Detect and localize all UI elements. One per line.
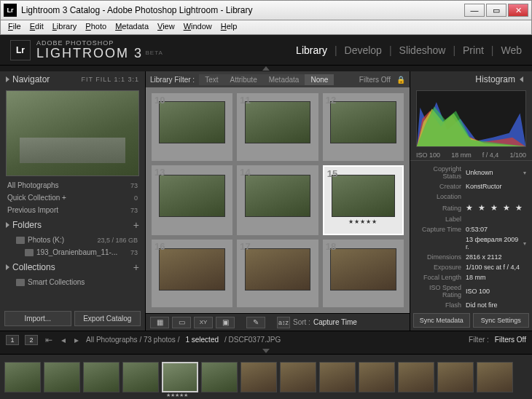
close-button[interactable]: ✕ — [508, 4, 528, 17]
filmstrip-thumb[interactable] — [4, 362, 41, 392]
metadata-value[interactable]: 1/100 sec at f / 4,4 — [466, 264, 526, 271]
filmstrip-thumb[interactable] — [122, 362, 159, 392]
menu-library[interactable]: Library — [48, 20, 82, 34]
filmstrip-thumb[interactable] — [359, 362, 395, 392]
filmstrip-thumb[interactable] — [319, 362, 356, 392]
filter-value[interactable]: Filters Off — [495, 336, 526, 344]
menu-view[interactable]: View — [153, 20, 179, 34]
catalog-row[interactable]: All Photographs73 — [0, 179, 145, 191]
filter-tab-text[interactable]: Text — [199, 74, 224, 85]
metadata-row[interactable]: Label — [416, 214, 526, 224]
volume-row[interactable]: Photos (K:) 23,5 / 186 GB — [0, 234, 145, 246]
nav-next-button[interactable]: ▸ — [73, 335, 80, 345]
folder-row[interactable]: 193_Oranienbaum_11-... 73 — [0, 246, 145, 258]
menu-photo[interactable]: Photo — [81, 20, 111, 34]
painter-tool-button[interactable]: ✎ — [246, 317, 265, 328]
metadata-value[interactable]: Did not fire — [466, 301, 526, 309]
secondary-display-2[interactable]: 2 — [25, 335, 38, 345]
module-print[interactable]: Print — [463, 44, 484, 56]
top-panel-toggle[interactable] — [0, 66, 532, 71]
sync-settings-button[interactable]: Sync Settings — [473, 313, 530, 328]
folders-header[interactable]: Folders + — [0, 216, 145, 234]
grid-cell[interactable]: 11 — [237, 93, 318, 161]
secondary-display-1[interactable]: 1 — [6, 335, 19, 345]
smart-collections-row[interactable]: Smart Collections — [0, 276, 145, 288]
metadata-value[interactable]: KonstRuctor — [466, 183, 526, 190]
breadcrumb[interactable]: All Photographs / 73 photos / — [86, 336, 179, 344]
grid-cell[interactable]: 12 — [323, 93, 404, 161]
metadata-value[interactable]: Unknown — [466, 169, 520, 176]
dropdown-icon[interactable]: ▾ — [523, 240, 526, 247]
filmstrip-thumb[interactable] — [201, 362, 238, 392]
metadata-row[interactable]: Copyright StatusUnknown▾ — [416, 164, 526, 181]
metadata-row[interactable]: 13 февраля 2009 г.▾ — [416, 234, 526, 252]
grid-cell[interactable]: 17 — [237, 240, 318, 307]
module-web[interactable]: Web — [501, 44, 522, 56]
maximize-button[interactable]: ▭ — [486, 4, 506, 17]
grid-cell[interactable]: 15★★★★★ — [323, 165, 404, 236]
metadata-value[interactable]: 2816 x 2112 — [466, 253, 526, 261]
metadata-row[interactable]: Exposure1/100 sec at f / 4,4 — [416, 262, 526, 272]
sort-value[interactable]: Capture Time — [313, 318, 357, 326]
catalog-row[interactable]: Quick Collection +0 — [0, 191, 145, 204]
filmstrip-thumb[interactable] — [44, 362, 80, 392]
metadata-value[interactable]: ★ ★ ★ ★ ★ — [466, 203, 526, 213]
filters-off-toggle[interactable]: Filters Off — [359, 76, 391, 84]
module-slideshow[interactable]: Slideshow — [399, 44, 446, 56]
filmstrip-thumb[interactable] — [83, 362, 120, 392]
filmstrip[interactable]: ★★★★★ — [0, 354, 532, 399]
metadata-row[interactable]: Focal Length18 mm — [416, 272, 526, 283]
module-library[interactable]: Library — [296, 44, 327, 56]
dropdown-icon[interactable]: ▾ — [523, 170, 526, 176]
histogram-header[interactable]: Histogram — [410, 71, 532, 87]
grid-view-button[interactable]: ▦ — [150, 317, 169, 328]
metadata-row[interactable]: Dimensions2816 x 2112 — [416, 252, 526, 262]
filmstrip-thumb[interactable]: ★★★★★ — [162, 362, 198, 392]
nav-first-button[interactable]: ⇤ — [44, 335, 54, 345]
loupe-view-button[interactable]: ▭ — [172, 317, 191, 328]
grid-cell[interactable]: 18 — [323, 240, 404, 307]
grid-cell[interactable]: 14 — [237, 165, 318, 236]
filmstrip-toggle[interactable] — [0, 348, 532, 354]
filmstrip-thumb[interactable] — [398, 362, 434, 392]
metadata-value[interactable]: 13 февраля 2009 г. — [466, 236, 520, 250]
navigator-preview[interactable] — [6, 90, 139, 176]
survey-view-button[interactable]: ▣ — [216, 317, 235, 328]
menu-edit[interactable]: Edit — [26, 20, 48, 34]
grid-cell[interactable]: 10 — [152, 93, 232, 161]
grid-cell[interactable]: 13 — [152, 165, 232, 236]
filter-tab-attribute[interactable]: Attribute — [224, 74, 262, 85]
filmstrip-thumb[interactable] — [477, 362, 513, 392]
metadata-row[interactable]: FlashDid not fire — [416, 300, 526, 310]
minimize-button[interactable]: — — [464, 4, 485, 17]
metadata-row[interactable]: ISO Speed RatingISO 100 — [416, 283, 526, 300]
menu-help[interactable]: Help — [216, 20, 242, 34]
module-develop[interactable]: Develop — [345, 44, 382, 56]
grid-cell[interactable]: 16 — [152, 240, 232, 307]
menu-window[interactable]: Window — [179, 20, 216, 34]
add-folder-icon[interactable]: + — [133, 219, 139, 231]
navigator-header[interactable]: Navigator FIT FILL 1:1 3:1 — [0, 71, 145, 87]
metadata-row[interactable]: Rating★ ★ ★ ★ ★ — [416, 202, 526, 214]
compare-view-button[interactable]: XY — [194, 317, 213, 328]
sync-metadata-button[interactable]: Sync Metadata — [413, 313, 470, 328]
metadata-row[interactable]: Location — [416, 191, 526, 202]
add-collection-icon[interactable]: + — [133, 261, 139, 273]
collections-header[interactable]: Collections + — [0, 258, 145, 276]
nav-prev-button[interactable]: ◂ — [60, 335, 67, 345]
filmstrip-thumb[interactable] — [437, 362, 474, 392]
filmstrip-thumb[interactable] — [280, 362, 316, 392]
metadata-row[interactable]: Capture Time0:53:07 — [416, 224, 526, 234]
menu-file[interactable]: File — [4, 20, 26, 34]
metadata-value[interactable]: 18 mm — [466, 274, 526, 281]
metadata-value[interactable]: 0:53:07 — [466, 226, 526, 233]
sort-direction-button[interactable]: a↕z — [277, 317, 290, 328]
rating-stars[interactable]: ★★★★★ — [348, 218, 378, 226]
navigator-zoom-opts[interactable]: FIT FILL 1:1 3:1 — [81, 76, 139, 83]
import-button[interactable]: Import... — [4, 311, 71, 326]
filter-tab-none[interactable]: None — [305, 74, 334, 85]
menu-metadata[interactable]: Metadata — [111, 20, 153, 34]
metadata-row[interactable]: CreatorKonstRuctor — [416, 181, 526, 191]
export-catalog-button[interactable]: Export Catalog — [74, 311, 141, 326]
lock-icon[interactable]: 🔒 — [396, 76, 405, 84]
